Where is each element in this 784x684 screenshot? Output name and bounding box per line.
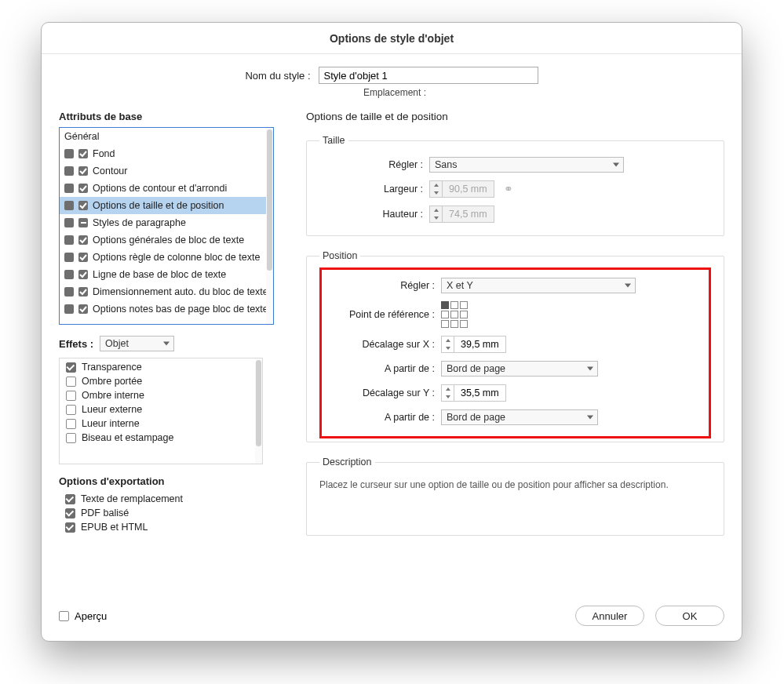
style-name-row: Nom du style : xyxy=(59,67,724,84)
effect-label: Ombre interne xyxy=(82,390,144,401)
export-label: EPUB et HTML xyxy=(81,522,148,533)
attr-item-taille-position[interactable]: Options de taille et de position xyxy=(60,197,273,214)
basic-attributes-list[interactable]: Général Fond Contour Options de contour … xyxy=(59,127,274,325)
effects-target-value: Objet xyxy=(105,338,129,349)
dash-icon xyxy=(78,218,88,227)
preview-label: Aperçu xyxy=(75,610,107,622)
style-name-input[interactable] xyxy=(319,67,538,84)
checkbox-icon[interactable] xyxy=(65,508,75,518)
from-x-select[interactable]: Bord de page xyxy=(441,361,598,377)
width-spinner: 90,5 mm xyxy=(429,180,494,198)
effects-target-select[interactable]: Objet xyxy=(100,336,174,351)
panel-title: Options de taille et de position xyxy=(306,111,724,122)
description-legend: Description xyxy=(319,457,375,468)
position-adjust-select[interactable]: X et Y xyxy=(441,278,636,293)
checkbox-icon[interactable] xyxy=(66,362,76,373)
export-epub-html[interactable]: EPUB et HTML xyxy=(59,520,263,534)
attr-item-notes-bas[interactable]: Options notes bas de page bloc de texte xyxy=(60,300,273,318)
size-adjust-label: Régler : xyxy=(319,159,429,170)
scroll-thumb[interactable] xyxy=(256,360,261,446)
spinner-buttons xyxy=(430,206,443,222)
height-label: Hauteur : xyxy=(319,209,429,220)
attr-item-dim-auto[interactable]: Dimensionnement auto. du bloc de texte xyxy=(60,283,273,300)
attr-item-fond[interactable]: Fond xyxy=(60,145,273,162)
effect-ombre-portee[interactable]: Ombre portée xyxy=(60,374,262,388)
checkbox-icon[interactable] xyxy=(66,391,76,401)
export-pdf-balise[interactable]: PDF balisé xyxy=(59,506,263,520)
size-adjust-select[interactable]: Sans xyxy=(429,157,624,173)
check-icon xyxy=(78,149,88,158)
checkbox-icon[interactable] xyxy=(66,377,76,387)
attr-item-label: Général xyxy=(64,131,99,142)
attr-item-label: Options de taille et de position xyxy=(93,200,224,211)
attr-item-label: Styles de paragraphe xyxy=(93,217,186,228)
attr-item-contour[interactable]: Contour xyxy=(60,162,273,180)
effect-label: Transparence xyxy=(82,362,142,373)
check-icon xyxy=(78,235,88,245)
refpoint-label: Point de référence : xyxy=(331,309,441,320)
size-adjust-value: Sans xyxy=(435,159,458,170)
checkbox-icon[interactable] xyxy=(65,522,75,533)
export-options-list: Texte de remplacement PDF balisé EPUB et… xyxy=(59,492,263,534)
attributes-scrollbar[interactable] xyxy=(266,128,273,324)
from-x-label: A partir de : xyxy=(331,363,441,374)
dialog-title: Options de style d'objet xyxy=(42,23,742,54)
preview-checkbox[interactable] xyxy=(59,611,69,621)
from-y-value: Bord de page xyxy=(447,412,505,423)
effects-list: Transparence Ombre portée Ombre interne … xyxy=(59,358,263,464)
position-adjust-label: Régler : xyxy=(331,280,441,291)
basic-attributes-title: Attributs de base xyxy=(59,111,283,122)
export-label: PDF balisé xyxy=(81,508,129,518)
attr-item-ligne-base[interactable]: Ligne de base de bloc de texte xyxy=(60,266,273,283)
effect-lueur-interne[interactable]: Lueur interne xyxy=(60,417,262,431)
offset-y-value[interactable]: 35,5 mm xyxy=(454,387,505,398)
offset-x-value[interactable]: 39,5 mm xyxy=(454,339,505,350)
width-value: 90,5 mm xyxy=(443,184,494,195)
style-name-label: Nom du style : xyxy=(245,70,310,82)
scroll-thumb[interactable] xyxy=(267,129,272,271)
from-x-value: Bord de page xyxy=(447,363,505,374)
checkbox-icon[interactable] xyxy=(66,419,76,429)
check-icon xyxy=(78,304,88,314)
size-group: Taille Régler : Sans Largeur : 90,5 mm xyxy=(306,135,724,236)
check-icon xyxy=(78,253,88,262)
checkbox-icon[interactable] xyxy=(65,494,75,504)
offset-x-spinner[interactable]: 39,5 mm xyxy=(441,336,506,353)
effects-label: Effets : xyxy=(59,338,93,350)
from-y-select[interactable]: Bord de page xyxy=(441,409,598,425)
effects-scrollbar[interactable] xyxy=(255,358,262,464)
attr-item-label: Options règle de colonne bloc de texte xyxy=(93,252,260,263)
effect-transparence[interactable]: Transparence xyxy=(60,360,262,374)
attr-item-label: Ligne de base de bloc de texte xyxy=(93,269,226,280)
spinner-buttons xyxy=(430,181,443,197)
effect-lueur-externe[interactable]: Lueur externe xyxy=(60,402,262,417)
description-text: Placez le curseur sur une option de tail… xyxy=(319,478,711,491)
effect-label: Biseau et estampage xyxy=(82,432,173,443)
effect-label: Ombre portée xyxy=(82,376,142,387)
export-alt-text[interactable]: Texte de remplacement xyxy=(59,492,263,506)
check-icon xyxy=(78,201,88,210)
size-legend: Taille xyxy=(319,135,348,146)
check-icon xyxy=(78,184,88,193)
effect-biseau[interactable]: Biseau et estampage xyxy=(60,431,262,445)
attr-item-contour-arrondi[interactable]: Options de contour et d'arrondi xyxy=(60,180,273,197)
checkbox-icon[interactable] xyxy=(66,433,76,443)
effect-ombre-interne[interactable]: Ombre interne xyxy=(60,388,262,402)
attr-item-regle-colonne[interactable]: Options règle de colonne bloc de texte xyxy=(60,249,273,266)
checkbox-icon[interactable] xyxy=(66,405,76,415)
spinner-buttons[interactable] xyxy=(442,385,454,401)
attr-item-label: Options de contour et d'arrondi xyxy=(93,183,227,194)
check-icon xyxy=(78,166,88,176)
ok-button[interactable]: OK xyxy=(655,606,724,626)
cancel-button[interactable]: Annuler xyxy=(575,606,644,626)
check-icon xyxy=(78,270,88,279)
from-y-label: A partir de : xyxy=(331,412,441,423)
offset-y-spinner[interactable]: 35,5 mm xyxy=(441,384,506,402)
spinner-buttons[interactable] xyxy=(442,337,454,352)
effect-label: Lueur interne xyxy=(82,418,140,429)
export-options-title: Options d'exportation xyxy=(59,475,283,487)
attr-item-general[interactable]: Général xyxy=(60,128,273,145)
attr-item-styles-paragraphe[interactable]: Styles de paragraphe xyxy=(60,214,273,231)
attr-item-options-generales[interactable]: Options générales de bloc de texte xyxy=(60,231,273,249)
reference-point-proxy[interactable] xyxy=(441,301,468,328)
